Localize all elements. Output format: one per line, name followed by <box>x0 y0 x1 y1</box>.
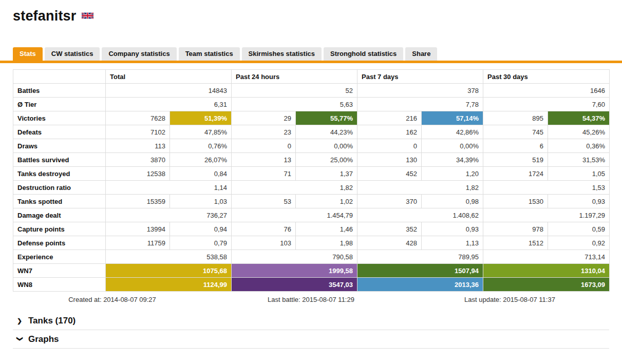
value-cell: 71 <box>232 167 296 181</box>
value-cell: 352 <box>357 222 422 236</box>
ratio-cell: 0,93 <box>422 222 483 236</box>
value-cell: 1530 <box>483 195 548 208</box>
value-cell: 1646 <box>483 84 610 98</box>
value-cell: 7,60 <box>483 98 610 111</box>
tab-team-statistics[interactable]: Team statistics <box>179 47 240 61</box>
rating-cell: 55,77% <box>296 111 357 125</box>
last-battle-text: Last battle: 2015-08-07 11:29 <box>212 296 410 303</box>
rating-cell: 57,14% <box>422 111 483 125</box>
row-label: Tanks spotted <box>13 195 106 208</box>
page-title: stefanitsr <box>13 8 77 24</box>
value-cell: 7628 <box>106 111 170 125</box>
value-cell: 15359 <box>106 195 170 208</box>
value-cell: 76 <box>232 222 296 236</box>
row-label: WN8 <box>13 278 106 292</box>
value-cell: 378 <box>357 84 483 98</box>
row-label: Defense points <box>13 236 106 250</box>
table-row: Defeats710247,85%2344,23%16242,86%74545,… <box>13 125 610 139</box>
value-cell: 895 <box>483 111 548 125</box>
row-label: Damage dealt <box>13 208 106 222</box>
value-cell: 53 <box>232 195 296 208</box>
ratio-cell: 1,03 <box>170 195 232 208</box>
rating-cell: 51,39% <box>170 111 232 125</box>
value-cell: 1,14 <box>106 181 232 195</box>
ratio-cell: 0,59 <box>548 222 610 236</box>
value-cell: 13994 <box>106 222 170 236</box>
ratio-cell: 0,00% <box>422 139 483 153</box>
value-cell: 12538 <box>106 167 170 181</box>
tab-bar: StatsCW statisticsCompany statisticsTeam… <box>0 47 622 63</box>
ratio-cell: 1,46 <box>296 222 357 236</box>
value-cell: 29 <box>232 111 296 125</box>
tab-share[interactable]: Share <box>405 47 437 61</box>
table-row: Damage dealt736,271.454,791.408,621.197,… <box>13 208 610 222</box>
rating-cell: 1310,04 <box>483 264 610 278</box>
table-row: Tanks destroyed125380,84711,374521,20172… <box>13 167 610 181</box>
rating-cell: 1124,99 <box>106 278 232 292</box>
ratio-cell: 25,00% <box>296 153 357 167</box>
value-cell: 162 <box>357 125 422 139</box>
ratio-cell: 1,02 <box>296 195 357 208</box>
ratio-cell: 34,39% <box>422 153 483 167</box>
table-row: Destruction ratio1,141,821,821,53 <box>13 181 610 195</box>
row-label: Battles <box>13 84 106 98</box>
value-cell: 7,78 <box>357 98 483 111</box>
section-tanks[interactable]: ❯ Tanks (170) <box>13 312 609 330</box>
section-tanks-label: Tanks (170) <box>28 316 76 326</box>
section-graphs[interactable]: ❯ Graphs <box>13 330 609 349</box>
table-row: Draws1130,76%00,00%00,00%60,36% <box>13 139 610 153</box>
ratio-cell: 47,85% <box>170 125 232 139</box>
stats-table: Total Past 24 hours Past 7 days Past 30 … <box>13 69 610 292</box>
page-header: stefanitsr <box>13 7 622 25</box>
table-row: Capture points139940,94761,463520,939780… <box>13 222 610 236</box>
ratio-cell: 0,00% <box>296 139 357 153</box>
value-cell: 1.197,29 <box>483 208 610 222</box>
value-cell: 370 <box>357 195 422 208</box>
value-cell: 103 <box>232 236 296 250</box>
column-header-past24h: Past 24 hours <box>232 70 357 84</box>
last-update-text: Last update: 2015-08-07 11:37 <box>410 296 609 303</box>
value-cell: 713,14 <box>483 250 610 264</box>
tab-stats[interactable]: Stats <box>13 47 43 61</box>
table-row: Defense points117590,791031,984281,13151… <box>13 236 610 250</box>
tab-stronghold-statistics[interactable]: Stronghold statistics <box>324 47 403 61</box>
value-cell: 519 <box>483 153 548 167</box>
value-cell: 790,58 <box>232 250 357 264</box>
ratio-cell: 26,07% <box>170 153 232 167</box>
ratio-cell: 0,79 <box>170 236 232 250</box>
tab-company-statistics[interactable]: Company statistics <box>102 47 176 61</box>
ratio-cell: 31,53% <box>548 153 610 167</box>
value-cell: 452 <box>357 167 422 181</box>
stats-table-body: Battles14843523781646Ø Tier6,315,637,787… <box>13 84 610 292</box>
table-row: Battles survived387026,07%1325,00%13034,… <box>13 153 610 167</box>
uk-flag-icon <box>82 12 93 22</box>
row-label: Draws <box>13 139 106 153</box>
ratio-cell: 0,36% <box>548 139 610 153</box>
column-header-blank <box>13 70 106 84</box>
value-cell: 428 <box>357 236 422 250</box>
value-cell: 52 <box>232 84 357 98</box>
tab-skirmishes-statistics[interactable]: Skirmishes statistics <box>242 47 322 61</box>
value-cell: 1.454,79 <box>232 208 357 222</box>
tab-cw-statistics[interactable]: CW statistics <box>45 47 100 61</box>
value-cell: 538,58 <box>106 250 232 264</box>
value-cell: 216 <box>357 111 422 125</box>
page: stefanitsr StatsCW statisticsCompany sta… <box>0 7 622 349</box>
row-label: Ø Tier <box>13 98 106 111</box>
rating-cell: 1075,68 <box>106 264 232 278</box>
table-row: WN71075,681999,581507,941310,04 <box>13 264 610 278</box>
ratio-cell: 1,37 <box>296 167 357 181</box>
ratio-cell: 0,84 <box>170 167 232 181</box>
value-cell: 6,31 <box>106 98 232 111</box>
value-cell: 736,27 <box>106 208 232 222</box>
ratio-cell: 0,94 <box>170 222 232 236</box>
ratio-cell: 1,98 <box>296 236 357 250</box>
value-cell: 23 <box>232 125 296 139</box>
value-cell: 1724 <box>483 167 548 181</box>
ratio-cell: 44,23% <box>296 125 357 139</box>
row-label: Capture points <box>13 222 106 236</box>
value-cell: 14843 <box>106 84 232 98</box>
value-cell: 1,82 <box>232 181 357 195</box>
ratio-cell: 45,26% <box>548 125 610 139</box>
value-cell: 789,95 <box>357 250 483 264</box>
